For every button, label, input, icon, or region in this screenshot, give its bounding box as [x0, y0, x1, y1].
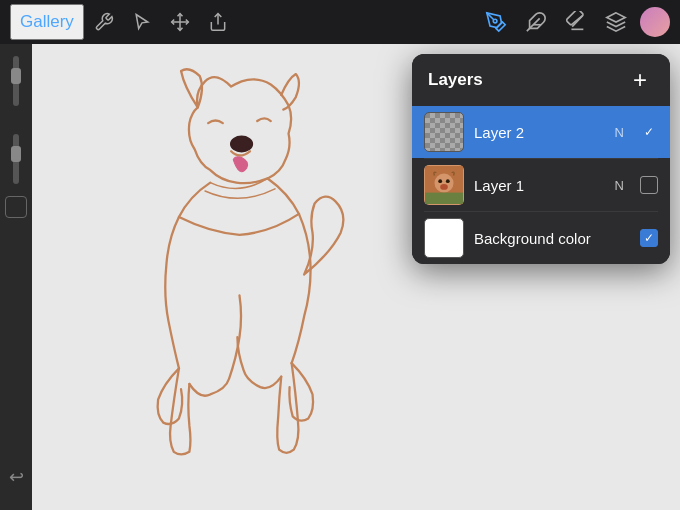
gallery-button[interactable]: Gallery [10, 4, 84, 40]
layer2-visibility-checkbox[interactable] [640, 123, 658, 141]
svg-point-13 [440, 184, 448, 190]
layers-panel: Layers + Layer 2 N [412, 54, 670, 264]
layers-add-button[interactable]: + [626, 66, 654, 94]
eraser-icon[interactable] [560, 6, 592, 38]
layer1-thumbnail [424, 165, 464, 205]
svg-line-6 [571, 16, 582, 25]
dog-sketch [82, 44, 422, 504]
svg-point-8 [231, 137, 252, 152]
layer1-name: Layer 1 [474, 177, 605, 194]
layer1-visibility-checkbox[interactable] [640, 176, 658, 194]
wrench-icon[interactable] [88, 6, 120, 38]
background-name: Background color [474, 230, 630, 247]
smudge-icon[interactable] [520, 6, 552, 38]
layer1-mode: N [615, 178, 624, 193]
cursor-icon[interactable] [126, 6, 158, 38]
layer2-name: Layer 2 [474, 124, 605, 141]
layer-item-background[interactable]: Background color [412, 212, 670, 264]
layer-item-layer1[interactable]: Layer 1 N [412, 159, 670, 211]
background-thumbnail [424, 218, 464, 258]
svg-rect-14 [425, 193, 463, 204]
left-sidebar: ↩ [0, 44, 32, 510]
layers-title: Layers [428, 70, 483, 90]
pen-tool-icon[interactable] [480, 6, 512, 38]
canvas-area: ↩ [0, 44, 680, 510]
background-visibility-checkbox[interactable] [640, 229, 658, 247]
layer-item-layer2[interactable]: Layer 2 N [412, 106, 670, 158]
svg-point-12 [446, 179, 450, 183]
toolbar: Gallery [0, 0, 680, 44]
layers-caret [594, 54, 610, 55]
layer2-mode: N [615, 125, 624, 140]
share-icon[interactable] [202, 6, 234, 38]
layers-icon-btn[interactable] [600, 6, 632, 38]
brush-size-slider[interactable] [13, 56, 19, 106]
color-picker-icon[interactable] [640, 7, 670, 37]
transform-icon[interactable] [164, 6, 196, 38]
svg-point-11 [438, 179, 442, 183]
toolbar-right-icons [480, 6, 670, 38]
svg-point-3 [493, 19, 497, 23]
gallery-label: Gallery [20, 12, 74, 32]
svg-marker-7 [607, 13, 625, 22]
undo-button[interactable]: ↩ [9, 466, 24, 488]
toolbar-left-icons [88, 6, 234, 38]
opacity-slider[interactable] [13, 134, 19, 184]
layer2-thumbnail [424, 112, 464, 152]
sidebar-square-btn[interactable] [5, 196, 27, 218]
layers-header: Layers + [412, 54, 670, 106]
